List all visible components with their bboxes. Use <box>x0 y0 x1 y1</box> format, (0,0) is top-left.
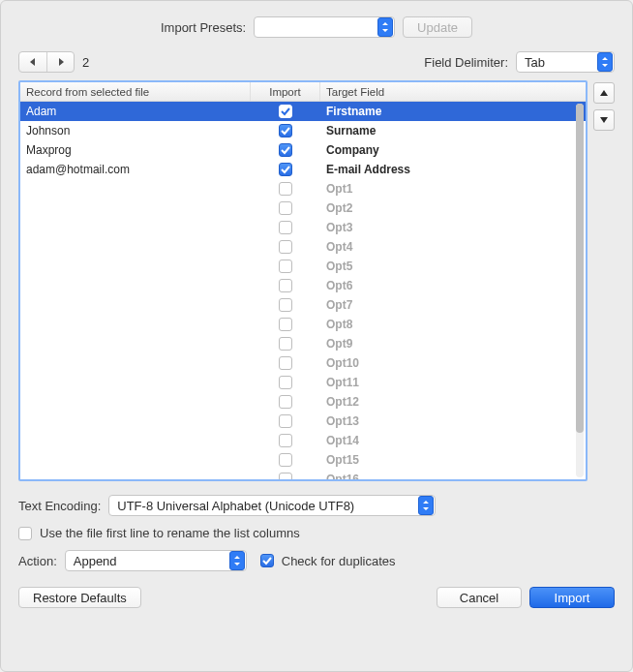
table-row[interactable]: JohnsonSurname <box>20 121 586 140</box>
scrollbar[interactable] <box>576 104 584 477</box>
nav-row: 2 Field Delimiter: Tab <box>18 51 615 73</box>
import-checkbox[interactable] <box>279 356 292 370</box>
target-cell: E-mail Address <box>320 163 586 176</box>
target-cell: Opt5 <box>320 260 586 273</box>
col-target[interactable]: Target Field <box>320 82 586 101</box>
import-checkbox[interactable] <box>279 105 292 118</box>
restore-defaults-button[interactable]: Restore Defaults <box>18 587 141 608</box>
target-cell: Opt4 <box>320 240 586 254</box>
table-row[interactable]: Opt10 <box>20 353 586 373</box>
import-checkbox[interactable] <box>279 473 292 479</box>
table-row[interactable]: Opt9 <box>20 334 586 353</box>
target-cell: Opt6 <box>320 279 586 292</box>
table-row[interactable]: Opt7 <box>20 295 586 315</box>
delimiter-group: Field Delimiter: Tab <box>424 51 615 73</box>
table-row[interactable]: Opt5 <box>20 257 586 276</box>
import-cell <box>251 453 320 467</box>
import-presets-label: Import Presets: <box>161 20 246 35</box>
import-checkbox[interactable] <box>279 240 292 254</box>
record-cell: Adam <box>20 105 251 118</box>
import-cell <box>251 143 320 157</box>
target-cell: Opt13 <box>320 414 586 428</box>
table-row[interactable]: Opt15 <box>20 450 586 470</box>
cancel-button[interactable]: Cancel <box>437 587 522 608</box>
table-row[interactable]: Opt3 <box>20 218 586 237</box>
target-cell: Opt11 <box>320 376 586 389</box>
check-duplicates-checkbox[interactable] <box>260 554 274 567</box>
table-row[interactable]: MaxprogCompany <box>20 140 586 160</box>
table-body: AdamFirstnameJohnsonSurnameMaxprogCompan… <box>20 102 586 479</box>
next-record-button[interactable] <box>46 52 74 72</box>
update-button[interactable]: Update <box>403 16 472 38</box>
target-cell: Opt14 <box>320 434 586 447</box>
import-checkbox[interactable] <box>279 414 292 428</box>
import-cell <box>251 298 320 312</box>
record-cell: Johnson <box>20 124 251 137</box>
target-cell: Opt15 <box>320 453 586 467</box>
import-checkbox[interactable] <box>279 163 292 176</box>
stepper-icon <box>377 17 393 37</box>
move-up-button[interactable] <box>593 82 615 104</box>
table-row[interactable]: Opt6 <box>20 276 586 295</box>
target-cell: Opt10 <box>320 356 586 370</box>
stepper-icon <box>229 551 245 570</box>
record-cell: Maxprog <box>20 143 251 157</box>
import-checkbox[interactable] <box>279 434 292 447</box>
scrollbar-thumb[interactable] <box>576 104 584 433</box>
import-checkbox[interactable] <box>279 143 292 157</box>
import-checkbox[interactable] <box>279 337 292 351</box>
import-checkbox[interactable] <box>279 260 292 273</box>
import-cell <box>251 318 320 331</box>
table-row[interactable]: Opt1 <box>20 179 586 199</box>
target-cell: Opt9 <box>320 337 586 351</box>
table-row[interactable]: Opt8 <box>20 315 586 334</box>
target-cell: Opt1 <box>320 182 586 196</box>
table-row[interactable]: Opt13 <box>20 412 586 431</box>
import-checkbox[interactable] <box>279 221 292 234</box>
target-cell: Opt8 <box>320 318 586 331</box>
table-row[interactable]: Opt16 <box>20 470 586 479</box>
record-nav <box>18 51 75 73</box>
table-row[interactable]: adam@hotmail.comE-mail Address <box>20 160 586 179</box>
import-checkbox[interactable] <box>279 182 292 196</box>
prev-record-button[interactable] <box>19 52 46 72</box>
col-import[interactable]: Import <box>251 82 320 101</box>
import-button[interactable]: Import <box>529 587 615 608</box>
options: Text Encoding: UTF-8 Universal Alphabet … <box>18 495 615 571</box>
import-dialog: Import Presets: Update 2 Field Delimiter… <box>0 0 633 672</box>
move-down-button[interactable] <box>593 109 615 131</box>
import-checkbox[interactable] <box>279 201 292 215</box>
table-row[interactable]: Opt4 <box>20 237 586 257</box>
import-checkbox[interactable] <box>279 318 292 331</box>
field-delimiter-select[interactable]: Tab <box>516 51 615 73</box>
import-cell <box>251 473 320 479</box>
table-row[interactable]: Opt2 <box>20 199 586 218</box>
import-checkbox[interactable] <box>279 124 292 137</box>
stepper-icon <box>418 496 434 515</box>
action-label: Action: <box>18 554 57 568</box>
import-checkbox[interactable] <box>279 453 292 467</box>
reorder-buttons <box>593 80 615 481</box>
import-checkbox[interactable] <box>279 395 292 409</box>
text-encoding-select[interactable]: UTF-8 Universal Alphabet (Unicode UTF8) <box>108 495 436 516</box>
first-line-checkbox[interactable] <box>18 527 32 540</box>
import-cell <box>251 337 320 351</box>
table-row[interactable]: Opt11 <box>20 373 586 392</box>
import-cell <box>251 124 320 137</box>
import-cell <box>251 240 320 254</box>
import-presets-select[interactable] <box>254 16 395 38</box>
import-cell <box>251 434 320 447</box>
col-record[interactable]: Record from selected file <box>20 82 251 101</box>
field-delimiter-label: Field Delimiter: <box>424 55 508 70</box>
table-row[interactable]: Opt14 <box>20 431 586 450</box>
target-cell: Opt7 <box>320 298 586 312</box>
stepper-icon <box>597 52 613 72</box>
first-line-label: Use the file first line to rename the li… <box>40 526 300 540</box>
table-row[interactable]: AdamFirstname <box>20 102 586 121</box>
target-cell: Opt3 <box>320 221 586 234</box>
table-row[interactable]: Opt12 <box>20 392 586 412</box>
import-checkbox[interactable] <box>279 279 292 292</box>
action-select[interactable]: Append <box>65 550 247 571</box>
import-checkbox[interactable] <box>279 298 292 312</box>
import-checkbox[interactable] <box>279 376 292 389</box>
